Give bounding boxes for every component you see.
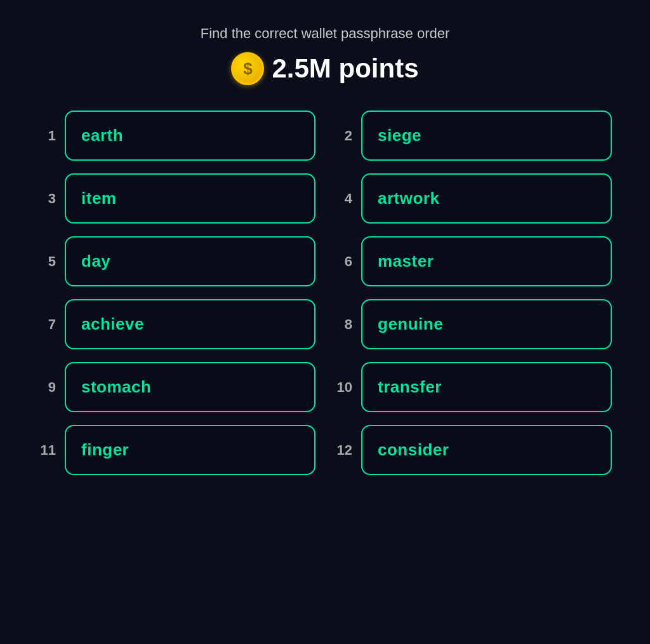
word-number-10: 10	[335, 379, 352, 396]
word-label-6: master	[378, 252, 434, 271]
word-label-4: artwork	[378, 189, 439, 208]
word-label-11: finger	[81, 440, 129, 459]
word-item-9[interactable]: 9stomach	[38, 362, 315, 412]
word-number-11: 11	[38, 442, 56, 459]
word-item-2[interactable]: 2siege	[335, 111, 612, 161]
word-label-1: earth	[81, 126, 123, 145]
word-number-9: 9	[38, 379, 56, 396]
word-box-3[interactable]: item	[65, 173, 315, 224]
word-number-5: 5	[38, 253, 56, 270]
word-item-11[interactable]: 11finger	[38, 425, 315, 475]
word-label-12: consider	[378, 440, 449, 459]
word-number-7: 7	[38, 316, 56, 333]
word-item-4[interactable]: 4artwork	[335, 173, 612, 224]
word-box-12[interactable]: consider	[361, 425, 612, 475]
coin-icon: $	[231, 52, 264, 85]
word-number-8: 8	[335, 316, 352, 333]
word-label-2: siege	[378, 126, 421, 145]
word-label-5: day	[81, 252, 110, 271]
word-number-1: 1	[38, 128, 56, 144]
word-label-3: item	[81, 189, 116, 208]
word-item-12[interactable]: 12consider	[335, 425, 612, 475]
page-subtitle: Find the correct wallet passphrase order	[201, 25, 450, 42]
word-box-5[interactable]: day	[65, 236, 315, 286]
word-number-2: 2	[335, 128, 352, 144]
word-box-2[interactable]: siege	[361, 111, 612, 161]
word-number-6: 6	[335, 253, 352, 270]
word-item-6[interactable]: 6master	[335, 236, 612, 286]
word-box-11[interactable]: finger	[65, 425, 315, 475]
word-box-7[interactable]: achieve	[65, 299, 315, 349]
word-label-8: genuine	[378, 314, 443, 333]
word-number-3: 3	[38, 191, 56, 207]
word-item-7[interactable]: 7achieve	[38, 299, 315, 349]
word-item-8[interactable]: 8genuine	[335, 299, 612, 349]
word-box-10[interactable]: transfer	[361, 362, 612, 412]
word-number-12: 12	[335, 442, 352, 459]
points-value: 2.5M points	[272, 53, 418, 84]
word-box-9[interactable]: stomach	[65, 362, 315, 412]
word-box-4[interactable]: artwork	[361, 173, 612, 224]
word-label-7: achieve	[81, 314, 144, 333]
word-label-10: transfer	[378, 377, 442, 396]
word-item-5[interactable]: 5day	[38, 236, 315, 286]
word-box-1[interactable]: earth	[65, 111, 315, 161]
word-box-8[interactable]: genuine	[361, 299, 612, 349]
word-item-1[interactable]: 1earth	[38, 111, 315, 161]
word-item-3[interactable]: 3item	[38, 173, 315, 224]
word-number-4: 4	[335, 191, 352, 207]
word-label-9: stomach	[81, 377, 151, 396]
word-box-6[interactable]: master	[361, 236, 612, 286]
word-item-10[interactable]: 10transfer	[335, 362, 612, 412]
word-grid: 1earth2siege3item4artwork5day6master7ach…	[38, 111, 612, 475]
points-row: $ 2.5M points	[231, 52, 418, 85]
